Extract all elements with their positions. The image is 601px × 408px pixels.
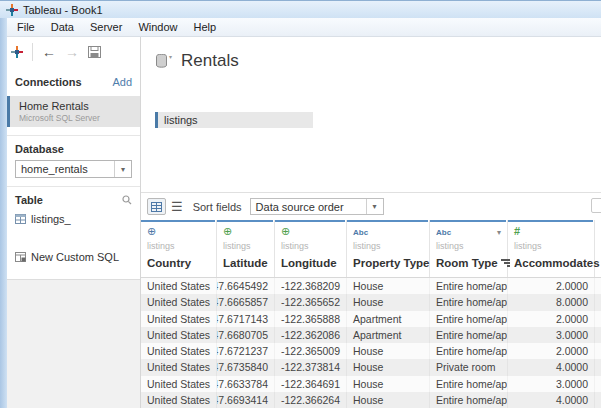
sort-order-select[interactable]: Data source order ▾ bbox=[250, 198, 384, 215]
grid-cell: -122.366264 bbox=[275, 392, 347, 408]
metadata-view-button[interactable]: ☰ bbox=[171, 200, 183, 213]
grid-cell: -122.368209 bbox=[275, 278, 347, 294]
string-type-icon: Abc bbox=[353, 229, 368, 237]
database-selected-value: home_rentals bbox=[16, 163, 114, 175]
column-name: Accommodates bbox=[514, 257, 600, 269]
data-grid-pane: ☰ Sort fields Data source order ▾ ⊕ list… bbox=[141, 192, 601, 408]
tableau-logo-icon[interactable] bbox=[11, 46, 23, 58]
grid-cell: 8.0000 bbox=[508, 294, 595, 310]
toolbar-separator bbox=[32, 43, 33, 61]
column-name: Country bbox=[147, 257, 191, 269]
join-canvas: listings bbox=[141, 71, 601, 192]
grid-cell: House bbox=[347, 294, 430, 310]
database-select[interactable]: home_rentals ▾ bbox=[15, 160, 132, 178]
geographic-role-icon: ⊕ bbox=[281, 226, 290, 237]
grid-cell: United States bbox=[141, 278, 217, 294]
grid-cell: United States bbox=[141, 294, 217, 310]
grid-header-row: ⊕ listings Country ⊕ listings Latitude ⊕… bbox=[141, 220, 601, 278]
grid-cell: Private room bbox=[430, 359, 508, 375]
sidebar-item-listings[interactable]: listings_ bbox=[7, 209, 140, 229]
grid-cell: 2.0000 bbox=[508, 278, 595, 294]
tableau-logo-icon bbox=[6, 4, 18, 16]
grid-rows: United States 47.6645492 -122.368209 Hou… bbox=[141, 278, 601, 408]
grid-cell: 4.0000 bbox=[508, 359, 595, 375]
number-type-icon: # bbox=[514, 226, 520, 237]
new-custom-sql-button[interactable]: New Custom SQL bbox=[7, 247, 140, 267]
grid-cell: United States bbox=[141, 311, 217, 327]
add-connection-link[interactable]: Add bbox=[112, 76, 132, 88]
grid-cell: 47.6645492 bbox=[217, 278, 275, 294]
datasource-page: ▾ Rentals listings ☰ Sort fi bbox=[141, 37, 601, 408]
connections-header: Connections bbox=[15, 76, 82, 88]
menu-help[interactable]: Help bbox=[186, 19, 225, 35]
menu-window[interactable]: Window bbox=[130, 19, 185, 35]
grid-cell: House bbox=[347, 278, 430, 294]
rows-count-box-partial[interactable] bbox=[591, 198, 601, 213]
column-header-country[interactable]: ⊕ listings Country bbox=[141, 220, 217, 277]
table-row: United States 47.6717143 -122.365888 Apa… bbox=[141, 311, 601, 327]
menu-file[interactable]: File bbox=[9, 19, 43, 35]
table-row: United States 47.6633784 -122.364691 Hou… bbox=[141, 376, 601, 392]
search-icon[interactable] bbox=[122, 195, 132, 205]
grid-cell: 3.0000 bbox=[508, 376, 595, 392]
connection-item-home-rentals[interactable]: Home Rentals Microsoft SQL Server bbox=[7, 96, 140, 127]
grid-cell: -122.362086 bbox=[275, 327, 347, 343]
table-row: United States 47.6721237 -122.365009 Hou… bbox=[141, 343, 601, 359]
table-row: United States 47.6645492 -122.368209 Hou… bbox=[141, 278, 601, 294]
title-bar: Tableau - Book1 bbox=[0, 0, 601, 18]
grid-cell: 47.6665857 bbox=[217, 294, 275, 310]
chevron-down-icon: ▾ bbox=[114, 161, 131, 177]
datasource-title[interactable]: Rentals bbox=[181, 51, 239, 71]
column-name: Latitude bbox=[223, 257, 268, 269]
grid-cell: United States bbox=[141, 343, 217, 359]
grid-cell: 47.6693414 bbox=[217, 392, 275, 408]
table-grid-icon bbox=[15, 214, 26, 224]
column-menu-caret-icon[interactable]: ▾ bbox=[497, 229, 501, 237]
column-header-latitude[interactable]: ⊕ listings Latitude bbox=[217, 220, 275, 277]
forward-arrow-icon[interactable]: → bbox=[65, 45, 79, 59]
database-header: Database bbox=[7, 136, 140, 159]
grid-cell: Entire home/apt bbox=[430, 278, 508, 294]
column-header-room-type[interactable]: Abc ▾ listings Room Type bbox=[430, 220, 508, 277]
grid-toolbar: ☰ Sort fields Data source order ▾ bbox=[141, 193, 601, 220]
table-header: Table bbox=[15, 194, 43, 206]
save-icon[interactable] bbox=[88, 46, 101, 58]
column-table-name: listings bbox=[223, 238, 268, 254]
table-pill-listings[interactable]: listings bbox=[155, 112, 313, 128]
connection-subtitle: Microsoft SQL Server bbox=[19, 113, 140, 123]
column-table-name: listings bbox=[353, 238, 423, 254]
column-header-accommodates[interactable]: # listings Accommodates bbox=[508, 220, 595, 277]
back-arrow-icon[interactable]: ← bbox=[42, 45, 56, 59]
grid-cell: 47.6721237 bbox=[217, 343, 275, 359]
table-row: United States 47.6665857 -122.365652 Hou… bbox=[141, 294, 601, 310]
grid-view-button[interactable] bbox=[147, 198, 166, 215]
column-header-property-type[interactable]: Abc listings Property Type bbox=[347, 220, 430, 277]
geographic-role-icon: ⊕ bbox=[147, 226, 156, 237]
column-name: Longitude bbox=[281, 257, 337, 269]
window-title: Tableau - Book1 bbox=[23, 4, 103, 16]
grid-cell: United States bbox=[141, 327, 217, 343]
column-table-name: listings bbox=[436, 238, 501, 254]
grid-cell: 2.0000 bbox=[508, 343, 595, 359]
column-name: Property Type bbox=[353, 257, 429, 269]
grid-cell: House bbox=[347, 343, 430, 359]
grid-cell: -122.365009 bbox=[275, 343, 347, 359]
grid-cell: House bbox=[347, 359, 430, 375]
table-pill-label: listings bbox=[158, 114, 198, 126]
column-table-name: listings bbox=[147, 238, 210, 254]
grid-cell: Apartment bbox=[347, 311, 430, 327]
menu-data[interactable]: Data bbox=[43, 19, 82, 35]
table-row: United States 47.6680705 -122.362086 Apa… bbox=[141, 327, 601, 343]
grid-cell: Apartment bbox=[347, 327, 430, 343]
menu-bar: File Data Server Window Help bbox=[7, 18, 601, 37]
grid-cell: 47.6633784 bbox=[217, 376, 275, 392]
column-table-name: listings bbox=[281, 238, 340, 254]
grid-cell: 47.6717143 bbox=[217, 311, 275, 327]
menu-server[interactable]: Server bbox=[82, 19, 130, 35]
datasource-icon[interactable]: ▾ bbox=[156, 54, 172, 68]
geographic-role-icon: ⊕ bbox=[223, 226, 232, 237]
table-row: United States 47.6693414 -122.366264 Hou… bbox=[141, 392, 601, 408]
column-header-longitude[interactable]: ⊕ listings Longitude bbox=[275, 220, 347, 277]
window-left-border bbox=[0, 18, 7, 408]
chevron-down-icon: ▾ bbox=[366, 199, 383, 214]
